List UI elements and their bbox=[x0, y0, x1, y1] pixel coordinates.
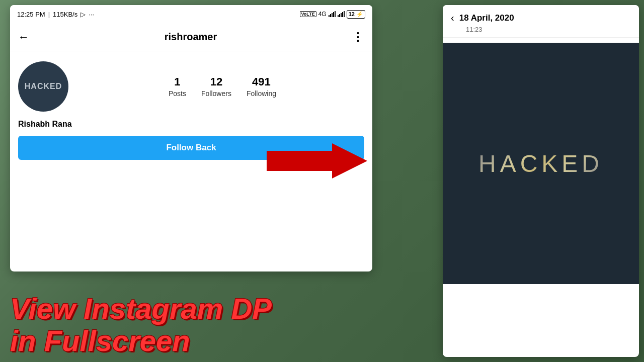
posts-count: 1 bbox=[174, 75, 180, 88]
stat-followers[interactable]: 12 Followers bbox=[201, 75, 231, 98]
followers-label: Followers bbox=[201, 89, 231, 98]
status-time: 12:25 PM bbox=[17, 11, 45, 18]
followers-count: 12 bbox=[210, 75, 222, 88]
bottom-text-overlay: View Instagram DP in Fullscreen bbox=[10, 293, 272, 357]
4g-icon: 4G bbox=[318, 11, 327, 18]
following-label: Following bbox=[247, 89, 276, 98]
stat-following[interactable]: 491 Following bbox=[247, 75, 276, 98]
stats-container: 1 Posts 12 Followers 491 Following bbox=[80, 75, 364, 98]
arrow-container bbox=[267, 141, 367, 183]
panel-header: ‹ 18 April, 2020 11:23 bbox=[443, 5, 639, 38]
panel-time: 11:23 bbox=[466, 26, 631, 33]
profile-username: rishroamer bbox=[165, 31, 217, 43]
avatar: HACKED bbox=[18, 61, 68, 112]
bottom-title-line2: in Fullscreen bbox=[10, 325, 272, 357]
hacked-display-text: HACKED bbox=[478, 150, 603, 177]
more-dots: ··· bbox=[89, 11, 94, 18]
panel-back-button[interactable]: ‹ bbox=[451, 12, 454, 24]
bottom-title-line1: View Instagram DP bbox=[10, 293, 272, 325]
avatar-text: HACKED bbox=[25, 82, 62, 91]
status-right: VoLTE 4G 12 ⚡ bbox=[300, 10, 365, 19]
profile-top: HACKED 1 Posts 12 Followers 491 Followin… bbox=[18, 61, 364, 112]
panel-date: 18 April, 2020 bbox=[459, 13, 514, 23]
back-button[interactable]: ← bbox=[18, 31, 29, 44]
status-speed: 115KB/s bbox=[53, 11, 77, 18]
panel-right: ‹ 18 April, 2020 11:23 HACKED bbox=[443, 5, 639, 357]
signal-bars-2 bbox=[338, 11, 345, 17]
status-separator: | bbox=[48, 11, 50, 18]
more-options-button[interactable]: ⋮ bbox=[352, 31, 364, 44]
following-count: 491 bbox=[252, 75, 271, 88]
battery-indicator: 12 ⚡ bbox=[347, 10, 365, 19]
svg-marker-0 bbox=[267, 143, 367, 178]
panel-header-top: ‹ 18 April, 2020 bbox=[451, 12, 631, 24]
panel-image: HACKED bbox=[443, 43, 639, 284]
posts-label: Posts bbox=[169, 89, 186, 98]
arrow-icon bbox=[267, 141, 367, 181]
profile-name: Rishabh Rana bbox=[18, 120, 364, 129]
nav-bar: ← rishroamer ⋮ bbox=[10, 23, 372, 51]
stat-posts[interactable]: 1 Posts bbox=[169, 75, 186, 98]
phone-left-panel: 12:25 PM | 115KB/s ▷ ··· VoLTE 4G bbox=[10, 5, 372, 272]
signal-bars-1 bbox=[329, 11, 336, 17]
cast-icon: ▷ bbox=[80, 11, 86, 18]
status-bar: 12:25 PM | 115KB/s ▷ ··· VoLTE 4G bbox=[10, 5, 372, 23]
volte-badge: VoLTE bbox=[300, 11, 316, 17]
status-left: 12:25 PM | 115KB/s ▷ ··· bbox=[17, 11, 94, 18]
